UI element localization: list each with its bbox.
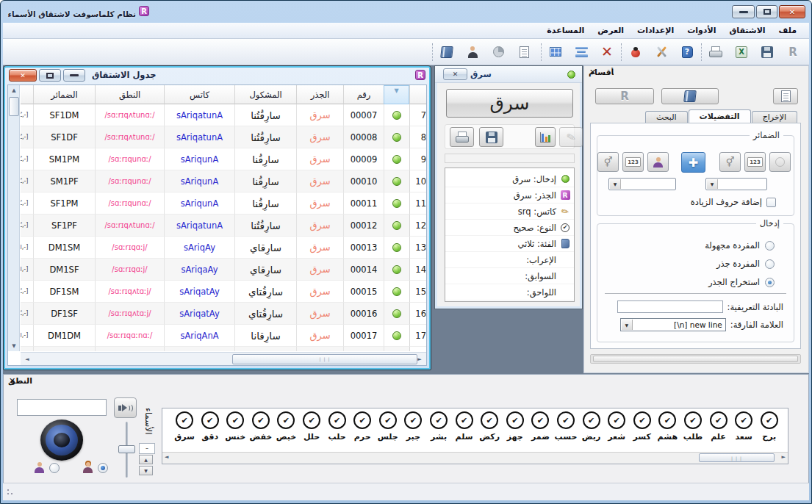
info-item[interactable]: Rالجذر: سرق: [445, 187, 574, 204]
name-item[interactable]: ✔جبر: [400, 411, 426, 442]
column-header-kats[interactable]: كاتس: [164, 85, 234, 104]
name-item[interactable]: ✔بشر: [426, 411, 452, 442]
info-item[interactable]: اللواحق:: [445, 284, 574, 300]
table-row[interactable]: 800008سرقسارِقُتُناsAriqatunA/sɑːrɪqʌtun…: [21, 126, 426, 148]
pronoun-none-button[interactable]: [769, 152, 791, 172]
name-item[interactable]: ✔ضمر: [528, 411, 553, 442]
sections-book-button[interactable]: [661, 88, 719, 104]
tab-0[interactable]: الإخراج: [752, 111, 797, 123]
info-item[interactable]: الفئة: ثلاثي: [445, 236, 574, 252]
name-item[interactable]: ✔حسب: [553, 411, 579, 442]
name-item[interactable]: ✔ركض: [477, 411, 503, 442]
name-item[interactable]: ✔خفض: [248, 411, 274, 442]
table-row[interactable]: 1000010سرقسارِقُناsAriqunA/sɑːrɪqunɑː/SM…: [21, 170, 426, 192]
scroll-left-icon[interactable]: ◄: [22, 354, 32, 364]
name-item[interactable]: ✔حلل: [299, 411, 325, 442]
radio-0[interactable]: [765, 241, 775, 251]
spin-down-button[interactable]: ▼: [139, 466, 153, 475]
info-item[interactable]: السوابق:: [445, 268, 574, 284]
name-item[interactable]: ✔دقق: [197, 411, 223, 442]
table-horizontal-scrollbar[interactable]: ◄ ❘❘❘ ►: [21, 352, 426, 365]
pronoun-person-button[interactable]: [647, 152, 669, 172]
menu-item-0[interactable]: ملف: [772, 24, 803, 37]
names-scroll-thumb[interactable]: ❘❘❘: [699, 453, 775, 462]
names-scrollbar[interactable]: ◄ ❘❘❘ ►: [162, 452, 788, 464]
pronoun-gender-left-button[interactable]: ⚥: [597, 152, 619, 172]
print-button[interactable]: [706, 43, 725, 62]
table-maximize-button[interactable]: [39, 69, 61, 82]
tab-2[interactable]: البحث: [645, 111, 688, 123]
report-button[interactable]: [514, 43, 533, 62]
names-scrollbar-track[interactable]: –: [139, 443, 155, 454]
edit-button[interactable]: ✎: [559, 127, 583, 147]
kalmasoft-r-button[interactable]: R: [783, 43, 802, 62]
column-header-vowelized[interactable]: المشكول: [234, 85, 296, 104]
pronunciation-input[interactable]: [17, 399, 107, 416]
table-row[interactable]: 1800018سرق: [21, 347, 426, 351]
table-minimize-button[interactable]: [63, 69, 85, 82]
name-item[interactable]: ✔شعر: [604, 411, 630, 442]
play-sound-button[interactable]: [114, 397, 137, 418]
close-button[interactable]: ✕: [779, 5, 805, 18]
database-button[interactable]: [437, 43, 456, 62]
names-scroll-left-icon[interactable]: ◄: [165, 454, 168, 460]
column-sort-header[interactable]: ▼: [384, 85, 409, 104]
info-item[interactable]: الإعراب:: [445, 252, 574, 268]
name-item[interactable]: ✔خبص: [273, 411, 299, 442]
export-excel-button[interactable]: X: [732, 43, 751, 62]
sections-report-button[interactable]: [773, 88, 798, 104]
current-word-button[interactable]: سرق: [446, 89, 573, 118]
male-voice-radio[interactable]: [49, 463, 60, 473]
sections-scroll-thumb[interactable]: [593, 356, 798, 362]
info-item[interactable]: إدخال: سرق: [445, 171, 574, 187]
name-item[interactable]: ✔سعد: [731, 411, 757, 442]
volume-slider-thumb[interactable]: [118, 445, 135, 453]
sections-r-button[interactable]: R: [595, 88, 654, 104]
radio-1[interactable]: [765, 259, 775, 269]
table-row[interactable]: 1300013سرقسارِقايsAriqAy/sɑːrɪqɑːj/DM1SM…: [21, 237, 426, 259]
scroll-right-icon[interactable]: ►: [414, 354, 425, 364]
table-row[interactable]: 1200012سرقسارِقُتُناsAriqatunA/sɑːrɪqʌtu…: [21, 215, 426, 237]
name-item[interactable]: ✔جهز: [502, 411, 528, 442]
minimize-button[interactable]: [732, 5, 755, 18]
table-row[interactable]: 1700017سرقسارِقاناsAriqAnA/sɑːrɪqɑːnɑː/D…: [21, 325, 426, 347]
statistics-button[interactable]: [489, 43, 508, 62]
help-button[interactable]: ?: [678, 43, 697, 62]
name-item[interactable]: ✔ربض: [578, 411, 604, 442]
name-item[interactable]: ✔حرم: [350, 411, 376, 442]
table-row[interactable]: 1600016سرقسارِقُتايsAriqatAy/sɑːrɪqʌtɑːj…: [21, 303, 426, 325]
extra-letters-checkbox[interactable]: [766, 198, 776, 207]
resize-grip[interactable]: [7, 489, 15, 497]
tools-button[interactable]: [652, 43, 671, 62]
menu-item-3[interactable]: الإعدادات: [630, 24, 680, 37]
maximize-button[interactable]: [756, 5, 777, 18]
radio-2[interactable]: [765, 278, 775, 287]
table-vertical-scrollbar[interactable]: ▲ ▼: [8, 85, 20, 351]
scroll-down-icon[interactable]: ▼: [9, 341, 19, 351]
pronoun-numbers-left-button[interactable]: 123: [622, 152, 644, 172]
user-button[interactable]: [463, 43, 482, 62]
tab-1[interactable]: التفضيلات: [689, 109, 751, 123]
pronoun-combo-left[interactable]: ▼: [608, 178, 676, 190]
save-word-button[interactable]: [479, 127, 503, 147]
table-row[interactable]: 900009سرقسارِقُناsAriqunA/sɑːrɪqunɑː/SM1…: [21, 148, 426, 170]
horizontal-scroll-thumb[interactable]: ❘❘❘: [232, 354, 417, 364]
name-item[interactable]: ✔علم: [705, 411, 731, 442]
menu-item-2[interactable]: الأدوات: [680, 24, 722, 37]
add-pronoun-button[interactable]: ✚: [681, 152, 705, 173]
column-header-tail[interactable]: [21, 85, 33, 104]
spin-up-button[interactable]: ▲: [139, 455, 153, 464]
separator-combo[interactable]: [\n] new line▼: [620, 318, 726, 331]
table-row[interactable]: 1100011سرقسارِقُناsAriqunA/sɑːrɪqunɑː/SF…: [21, 192, 426, 215]
column-header-ipa[interactable]: النطق: [95, 85, 164, 104]
sections-scrollbar[interactable]: [590, 354, 801, 364]
save-button[interactable]: [758, 43, 777, 62]
debug-button[interactable]: [626, 43, 645, 62]
prefix-input[interactable]: [617, 300, 723, 313]
menu-item-4[interactable]: العرض: [591, 24, 630, 37]
info-item[interactable]: ✔النوع: صحيح: [445, 220, 574, 236]
grid-view-button[interactable]: [546, 43, 565, 62]
derive-button[interactable]: [535, 127, 556, 147]
column-header-num[interactable]: رقم: [343, 85, 384, 104]
scroll-up-icon[interactable]: ▲: [9, 85, 19, 96]
